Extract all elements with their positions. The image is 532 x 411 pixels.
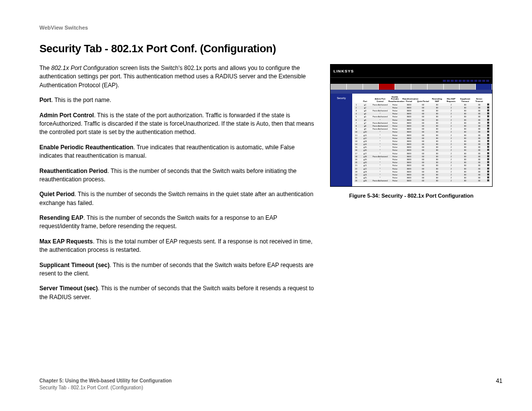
definition-paragraph: Quiet Period. This is the number of seco… [39, 190, 315, 207]
tab [476, 84, 492, 90]
content-columns: The 802.1x Port Configuration screen lis… [39, 64, 502, 308]
footer-left: Chapter 5: Using the Web-based Utility f… [39, 377, 172, 391]
edit-icon [487, 128, 489, 130]
footer-section: Security Tab - 802.1x Port Conf. (Config… [39, 384, 172, 391]
device-port-icon [463, 80, 466, 82]
definition-term: Admin Port Control [39, 112, 94, 119]
footer-chapter: Chapter 5: Using the Web-based Utility f… [39, 378, 172, 383]
definition-term: Max EAP Requests [39, 238, 93, 245]
edit-icon [487, 168, 489, 170]
table-cell: 2 [444, 179, 459, 182]
tab [331, 84, 347, 90]
product-header: WebView Switches [39, 25, 502, 31]
intro-paragraph: The 802.1x Port Configuration screen lis… [39, 64, 315, 90]
definition-paragraph: Enable Periodic Reauthentication. True i… [39, 143, 315, 161]
device-port-icon [443, 80, 446, 82]
edit-icon [487, 152, 489, 154]
definition-paragraph: Port. This is the port name. [39, 96, 315, 104]
edit-icon [487, 115, 489, 117]
definition-paragraph: Server Timeout (sec). This is the number… [39, 284, 315, 302]
table-cell: 30 [430, 179, 444, 182]
definition-term: Resending EAP [39, 214, 83, 221]
edit-icon [487, 140, 489, 142]
linksys-logo: LINKSYS [333, 69, 354, 73]
table-cell: 30 [472, 179, 487, 182]
edit-icon [487, 171, 489, 172]
intro-italic: 802.1x Port Configuration [51, 65, 118, 71]
th-server-timeout: Server Timeout [472, 96, 487, 103]
figure-device-bar [331, 77, 492, 84]
table-cell: Force Authorized [372, 109, 388, 112]
th-admin-port-control: Admin Port Control [372, 96, 388, 103]
th-max-eap: Max EAP Requests [444, 96, 459, 103]
edit-icon [487, 161, 489, 163]
figure-body: Security Port Admin Port Control Enable … [331, 94, 492, 186]
definition-term: Quiet Period [39, 191, 74, 198]
th-supplicant-timeout: Supplicant Timeout [458, 96, 472, 103]
figure-table-body: 1g1Force AuthorizedFalse36006030230302g2… [354, 103, 490, 182]
tab [395, 84, 411, 90]
device-port-icon [447, 80, 450, 82]
th-resending-eap: Resending EAP [430, 96, 444, 103]
edit-icon [487, 131, 489, 133]
edit-icon [487, 109, 489, 111]
definition-text: . This is the number of seconds the Swit… [39, 191, 313, 206]
device-port-icon [451, 80, 454, 82]
footer-page-number: 41 [496, 377, 502, 384]
definition-term: Reauthentication Period [39, 168, 107, 174]
figure-screenshot: LINKSYS [330, 64, 493, 187]
table-cell: Force Authorized [372, 121, 388, 124]
tab-active [379, 84, 395, 90]
definition-term: Supplicant Timeout (sec) [39, 262, 109, 269]
figure-caption: Figure 5-34: Security - 802.1x Port Conf… [330, 193, 493, 199]
device-port-icon [470, 80, 473, 82]
edit-icon [487, 112, 489, 114]
figure-sidebar: Security [331, 94, 352, 186]
table-cell: g26 [358, 179, 372, 182]
figure-main: Port Admin Port Control Enable Periodic … [352, 94, 492, 186]
table-cell: Force Authorized [372, 128, 388, 131]
definition-text: . This is the port name. [51, 97, 111, 103]
edit-icon [487, 137, 489, 139]
tab [428, 84, 444, 90]
tab [444, 84, 460, 90]
device-port-icon [486, 80, 489, 82]
th-enable-periodic-reauth: Enable Periodic Reauthentication [388, 96, 402, 103]
definition-term: Enable Periodic Reauthentication [39, 144, 133, 151]
text-column: The 802.1x Port Configuration screen lis… [39, 64, 315, 308]
table-cell: Force Authorized [372, 115, 388, 118]
device-port-icon [459, 80, 462, 82]
edit-icon [487, 125, 489, 127]
tab [411, 84, 428, 90]
edit-icon [487, 119, 489, 121]
device-port-icon [482, 80, 485, 82]
table-cell: 26 [354, 179, 358, 182]
definitions-list: Port. This is the port name.Admin Port C… [39, 96, 315, 302]
table-cell: 60 [416, 179, 431, 182]
device-port-icon [474, 80, 477, 82]
table-cell: Force Authorized [372, 155, 388, 158]
table-cell: 30 [458, 179, 472, 182]
figure-logo-bar: LINKSYS [331, 65, 492, 77]
edit-icon [487, 143, 489, 145]
edit-icon [487, 103, 489, 105]
page-title: Security Tab - 802.1x Port Conf. (Config… [39, 42, 502, 55]
figure-table-head: Port Admin Port Control Enable Periodic … [354, 96, 490, 103]
table-row: 26g26Force AuthorizedFalse3600603023030 [354, 179, 490, 182]
table-cell: False [388, 179, 402, 182]
definition-paragraph: Resending EAP. This is the number of sec… [39, 214, 315, 231]
device-port-icon [466, 80, 469, 82]
definition-paragraph: Reauthentication Period. This is the num… [39, 167, 315, 184]
table-cell: Force Authorized [372, 179, 388, 182]
edit-icon [487, 134, 489, 136]
th-port: Port [358, 96, 372, 103]
edit-icon [487, 149, 489, 151]
edit-icon [487, 173, 489, 175]
edit-icon [487, 146, 489, 148]
intro-pre: The [39, 65, 51, 71]
table-cell: 3600 [402, 179, 416, 182]
figure-table: Port Admin Port Control Enable Periodic … [354, 96, 490, 182]
page: WebView Switches Security Tab - 802.1x P… [0, 0, 532, 411]
definition-paragraph: Max EAP Requests. This is the total numb… [39, 238, 315, 255]
table-cell: Force Authorized [372, 124, 388, 127]
